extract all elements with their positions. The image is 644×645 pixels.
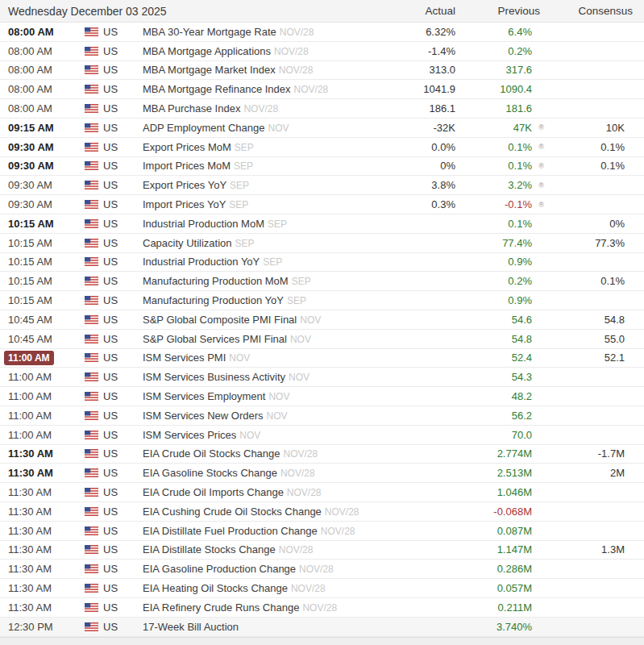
country-label: US [103, 160, 118, 172]
reference-period: NOV [229, 352, 250, 364]
us-flag-icon [85, 27, 98, 36]
calendar-row[interactable]: 09:30 AM US Import Prices MoMSEP 0% 0.1%… [0, 157, 644, 177]
country-label: US [103, 256, 118, 268]
calendar-row[interactable]: 11:30 AM US EIA Distillate Stocks Change… [0, 541, 644, 560]
calendar-row[interactable]: 10:15 AM US Industrial Production YoYSEP… [0, 253, 644, 273]
event-link[interactable]: ISM Services Employment [143, 390, 265, 402]
event-link[interactable]: ISM Services Business Activity [143, 371, 285, 383]
calendar-row[interactable]: 11:30 AM US EIA Cushing Crude Oil Stocks… [0, 502, 644, 522]
event-link[interactable]: ADP Employment Change [143, 122, 265, 134]
us-flag-icon [85, 200, 98, 209]
event-link[interactable]: EIA Crude Oil Stocks Change [143, 447, 280, 460]
country-label: US [103, 352, 118, 364]
calendar-row[interactable]: 12:30 PM US 17-Week Bill Auction 3.740% [0, 618, 644, 637]
event-link[interactable]: EIA Heating Oil Stocks Change [143, 582, 288, 594]
us-flag-icon [85, 47, 98, 56]
event-link[interactable]: ISM Services New Orders [143, 410, 264, 422]
event-link[interactable]: EIA Distillate Stocks Change [143, 543, 276, 556]
event-link[interactable]: Industrial Production YoY [143, 256, 260, 268]
event-link[interactable]: Export Prices MoM [143, 141, 231, 153]
calendar-row[interactable]: 11:30 AM US EIA Crude Oil Imports Change… [0, 483, 644, 502]
calendar-row[interactable]: 11:00 AM US ISM Services EmploymentNOV 4… [0, 387, 644, 406]
event-time: 08:00 AM [8, 26, 54, 38]
event-link[interactable]: ISM Services PMI [143, 352, 226, 364]
event-link[interactable]: Capacity Utilization [143, 237, 232, 249]
actual-value: 1041.9 [382, 83, 471, 95]
calendar-row[interactable]: 11:30 AM US EIA Refinery Crude Runs Chan… [0, 598, 644, 618]
event-link[interactable]: EIA Gasoline Production Change [143, 563, 296, 575]
calendar-row[interactable]: 11:30 AM US EIA Distillate Fuel Producti… [0, 522, 644, 541]
calendar-row[interactable]: 09:30 AM US Import Prices YoYSEP 0.3% -0… [0, 195, 644, 214]
calendar-row[interactable]: 11:30 AM US EIA Gasoline Production Chan… [0, 560, 644, 579]
reference-period: NOV [290, 334, 311, 345]
country-label: US [103, 141, 118, 153]
calendar-row[interactable]: 08:00 AM US MBA Purchase IndexNOV/28 186… [0, 99, 644, 119]
calendar-row[interactable]: 08:00 AM US MBA Mortgage Market IndexNOV… [0, 61, 644, 81]
event-link[interactable]: MBA Mortgage Applications [143, 45, 271, 57]
calendar-row[interactable]: 10:15 AM US Industrial Production MoMSEP… [0, 214, 644, 234]
calendar-row[interactable]: 11:30 AM US EIA Crude Oil Stocks ChangeN… [0, 445, 644, 464]
reference-period: NOV [268, 391, 289, 402]
calendar-row[interactable]: 11:00 AM US ISM Services PMINOV 52.4 5 [0, 349, 644, 368]
event-link[interactable]: 17-Week Bill Auction [143, 621, 239, 633]
calendar-row[interactable]: 09:30 AM US Export Prices MoMSEP 0.0% 0.… [0, 138, 644, 157]
event-link[interactable]: S&P Global Services PMI Final [143, 333, 287, 345]
event-time: 10:45 AM [8, 314, 52, 326]
reference-period: NOV [239, 430, 260, 441]
us-flag-icon [85, 353, 98, 362]
event-link[interactable]: S&P Global Composite PMI Final [143, 314, 297, 326]
calendar-row[interactable]: 10:15 AM US Manufacturing Production MoM… [0, 272, 644, 291]
event-link[interactable]: MBA Purchase Index [143, 102, 240, 114]
calendar-row[interactable]: 10:15 AM US Capacity UtilizationSEP 77.4… [0, 234, 644, 253]
calendar-row[interactable]: 08:00 AM US MBA Mortgage ApplicationsNOV… [0, 42, 644, 61]
calendar-row[interactable]: 11:00 AM US ISM Services Business Activi… [0, 368, 644, 387]
previous-value: 0.9% [508, 256, 532, 268]
previous-value: 52.4 [512, 352, 532, 364]
reference-period: NOV/28 [287, 487, 322, 498]
calendar-row[interactable]: 11:00 AM US ISM Services PricesNOV 70.0 [0, 426, 644, 445]
consensus-value: 1.3M [551, 543, 644, 556]
calendar-row[interactable]: 09:30 AM US Export Prices YoYSEP 3.8% 3.… [0, 176, 644, 195]
event-link[interactable]: MBA 30-Year Mortgage Rate [143, 26, 276, 38]
calendar-row[interactable]: 10:45 AM US S&P Global Services PMI Fina… [0, 330, 644, 349]
event-link[interactable]: Import Prices MoM [143, 160, 231, 172]
country-label: US [103, 447, 118, 460]
event-link[interactable]: Import Prices YoY [143, 198, 226, 210]
event-link[interactable]: ISM Services Prices [143, 429, 236, 441]
country-label: US [103, 410, 118, 422]
previous-value: 181.6 [505, 102, 532, 114]
event-link[interactable]: Manufacturing Production MoM [143, 275, 289, 287]
calendar-row[interactable]: 10:15 AM US Manufacturing Production YoY… [0, 291, 644, 310]
country-label: US [103, 506, 118, 518]
us-flag-icon [85, 143, 98, 152]
event-link[interactable]: MBA Mortgage Refinance Index [143, 83, 291, 95]
us-flag-icon [85, 104, 98, 113]
event-link[interactable]: EIA Distillate Fuel Production Change [143, 525, 318, 537]
reference-period: NOV [268, 123, 289, 134]
event-link[interactable]: Export Prices YoY [143, 179, 226, 191]
calendar-row[interactable]: 08:00 AM US MBA Mortgage Refinance Index… [0, 80, 644, 99]
economic-calendar: Wednesday December 03 2025 Actual Previo… [0, 0, 644, 645]
event-time: 11:30 AM [8, 525, 52, 537]
reference-period: SEP [235, 142, 254, 153]
reference-period: NOV [267, 410, 288, 422]
event-link[interactable]: Manufacturing Production YoY [143, 294, 284, 306]
us-flag-icon [85, 85, 98, 94]
event-link[interactable]: EIA Crude Oil Imports Change [143, 486, 284, 498]
event-link[interactable]: EIA Refinery Crude Runs Change [143, 601, 299, 614]
reference-period: SEP [268, 218, 287, 230]
event-link[interactable]: MBA Mortgage Market Index [143, 64, 276, 76]
us-flag-icon [85, 335, 98, 343]
event-link[interactable]: EIA Cushing Crude Oil Stocks Change [143, 506, 322, 518]
event-link[interactable]: EIA Gasoline Stocks Change [143, 467, 277, 479]
us-flag-icon [85, 449, 98, 458]
consensus-value: 52.1 [551, 352, 644, 364]
event-link[interactable]: Industrial Production MoM [143, 218, 264, 230]
calendar-row[interactable]: 09:15 AM US ADP Employment ChangeNOV -32… [0, 119, 644, 138]
calendar-row[interactable]: 11:00 AM US ISM Services New OrdersNOV 5… [0, 406, 644, 426]
calendar-row[interactable]: 11:30 AM US EIA Gasoline Stocks ChangeNO… [0, 464, 644, 483]
calendar-row[interactable]: 10:45 AM US S&P Global Composite PMI Fin… [0, 310, 644, 330]
calendar-row[interactable]: 11:30 AM US EIA Heating Oil Stocks Chang… [0, 579, 644, 598]
event-time: 11:00 AM [8, 410, 52, 422]
calendar-row[interactable]: 08:00 AM US MBA 30-Year Mortgage RateNOV… [0, 23, 644, 42]
